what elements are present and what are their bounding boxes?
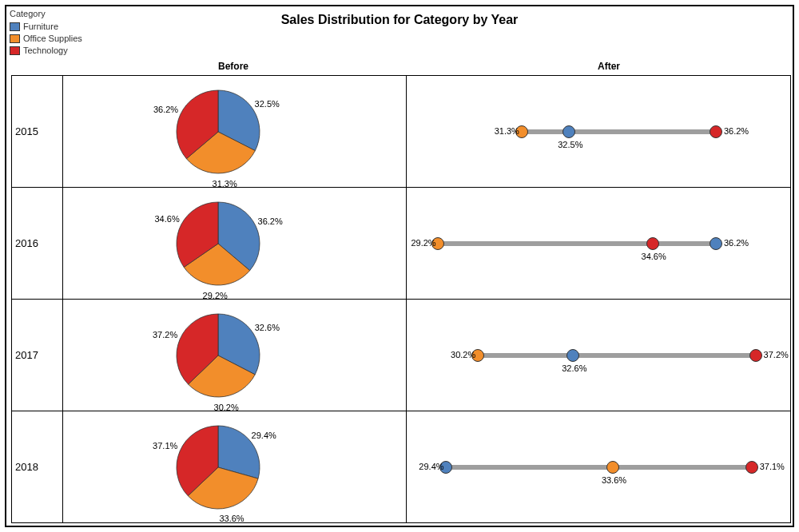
pie-icon: [162, 76, 306, 188]
chart-frame: Category FurnitureOffice SuppliesTechnol…: [5, 5, 794, 527]
pie-icon: [162, 411, 306, 523]
legend-label: Technology: [23, 45, 68, 57]
dot-strip-cell: 31.3%32.5%36.2%: [407, 76, 792, 187]
chart-row: 201532.5%31.3%36.2%31.3%32.5%36.2%: [12, 76, 791, 188]
dot-strip-cell: 29.4%33.6%37.1%: [407, 411, 792, 522]
dot-label: 36.2%: [724, 238, 749, 248]
pie-slice-label: 32.6%: [255, 323, 280, 332]
chart-grid: 201532.5%31.3%36.2%31.3%32.5%36.2%201636…: [11, 75, 791, 523]
dot-label: 32.5%: [558, 140, 582, 149]
dot-strip-line: [522, 129, 716, 134]
dot-strip-cell: 29.2%34.6%36.2%: [407, 188, 792, 299]
pie-slice-label: 33.6%: [219, 514, 244, 523]
pie-slice-label: 36.2%: [258, 216, 283, 226]
pie-chart-cell: 29.4%33.6%37.1%: [63, 411, 407, 522]
legend-item: Technology: [10, 45, 82, 57]
pie-chart-cell: 32.5%31.3%36.2%: [63, 76, 407, 187]
pie-slice-label: 32.5%: [255, 99, 280, 109]
pie-icon: [162, 300, 306, 411]
year-label: 2017: [12, 300, 63, 411]
year-label: 2015: [12, 76, 63, 187]
dot-label: 37.2%: [764, 350, 789, 359]
pie-slice-label: 29.4%: [252, 431, 276, 440]
dot-marker: [745, 461, 758, 474]
dot-strip-line: [438, 241, 716, 246]
pie-slice-label: 37.1%: [153, 441, 177, 451]
column-header-after: After: [598, 61, 620, 72]
dot-strip-line: [478, 353, 756, 358]
chart-row: 201732.6%30.2%37.2%30.2%32.6%37.2%: [12, 300, 791, 411]
dot-marker: [566, 349, 579, 362]
pie-slice-label: 34.6%: [154, 214, 179, 224]
column-header-before: Before: [218, 61, 248, 72]
dot-marker: [710, 125, 722, 138]
dot-marker: [749, 349, 762, 362]
dot-label: 31.3%: [495, 126, 519, 136]
dot-label: 30.2%: [451, 350, 475, 359]
dot-label: 29.4%: [419, 462, 443, 471]
dot-marker: [606, 461, 619, 474]
year-label: 2018: [12, 411, 63, 522]
legend-swatch-icon: [10, 34, 20, 43]
chart-title: Sales Distribution for Category by Year: [6, 13, 793, 27]
dot-marker: [646, 237, 659, 250]
dot-strip-line: [446, 465, 751, 470]
chart-row: 201829.4%33.6%37.1%29.4%33.6%37.1%: [12, 411, 791, 523]
dot-label: 33.6%: [602, 475, 626, 485]
legend-label: Office Supplies: [23, 33, 82, 45]
dot-label: 29.2%: [411, 238, 435, 248]
dot-label: 36.2%: [724, 126, 749, 136]
dot-label: 32.6%: [562, 363, 586, 373]
pie-slice-label: 36.2%: [153, 105, 178, 114]
pie-chart-cell: 32.6%30.2%37.2%: [63, 300, 407, 411]
pie-chart-cell: 36.2%29.2%34.6%: [63, 188, 407, 299]
dot-strip-cell: 30.2%32.6%37.2%: [407, 300, 792, 411]
pie-icon: [162, 188, 306, 300]
legend-item: Office Supplies: [10, 33, 82, 45]
dot-marker: [562, 125, 575, 138]
year-label: 2016: [12, 188, 63, 299]
legend-swatch-icon: [10, 46, 20, 55]
dot-label: 37.1%: [760, 462, 785, 471]
chart-row: 201636.2%29.2%34.6%29.2%34.6%36.2%: [12, 188, 791, 300]
dot-marker: [710, 237, 722, 250]
dot-label: 34.6%: [642, 252, 666, 261]
pie-slice-label: 37.2%: [153, 330, 177, 339]
